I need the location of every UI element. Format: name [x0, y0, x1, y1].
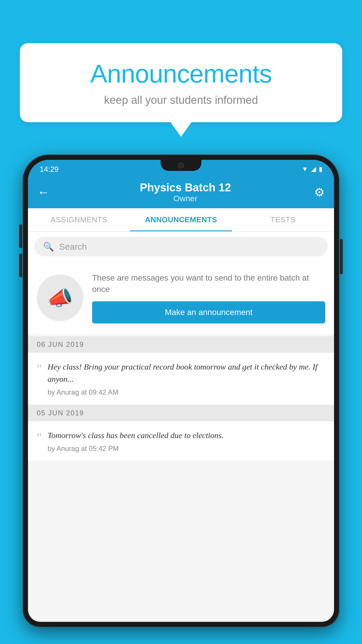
signal-icon: ◢ — [311, 165, 316, 173]
volume-down-button — [19, 254, 22, 277]
date-separator-1: 06 JUN 2019 — [28, 336, 334, 353]
bubble-subtitle: keep all your students informed — [37, 94, 325, 106]
quote-icon-2: " — [37, 430, 42, 453]
speech-bubble-card: Announcements keep all your students inf… — [20, 43, 342, 122]
wifi-icon: ▼ — [302, 165, 308, 173]
app-bar-center: Physics Batch 12 Owner — [57, 181, 314, 203]
make-announcement-button[interactable]: Make an announcement — [92, 301, 325, 323]
app-bar-subtitle: Owner — [57, 194, 314, 203]
announcement-item-1[interactable]: " Hey class! Bring your practical record… — [28, 353, 334, 405]
quote-icon-1: " — [37, 362, 42, 396]
tab-assignments[interactable]: ASSIGNMENTS — [28, 208, 130, 231]
app-bar: ← Physics Batch 12 Owner ⚙ — [28, 176, 334, 208]
speech-bubble-tail — [171, 122, 191, 137]
search-input[interactable]: Search — [59, 242, 87, 252]
status-icons: ▼ ◢ ▮ — [302, 165, 322, 173]
settings-button[interactable]: ⚙ — [314, 186, 325, 199]
phone-outer-frame: 14:29 ▼ ◢ ▮ ← Physics Batch 12 Owner ⚙ — [23, 155, 339, 627]
volume-up-button — [19, 225, 22, 248]
tab-tests[interactable]: TESTS — [232, 208, 334, 231]
tabs-bar: ASSIGNMENTS ANNOUNCEMENTS TESTS — [28, 208, 334, 232]
announcement-content-1: Hey class! Bring your practical record b… — [48, 361, 325, 396]
back-button[interactable]: ← — [37, 185, 50, 199]
prompt-right: These are messages you want to send to t… — [92, 272, 325, 323]
phone-screen: 14:29 ▼ ◢ ▮ ← Physics Batch 12 Owner ⚙ — [28, 160, 334, 622]
tab-announcements[interactable]: ANNOUNCEMENTS — [130, 208, 232, 231]
announcement-prompt: 📣 These are messages you want to send to… — [28, 262, 334, 334]
speech-bubble-section: Announcements keep all your students inf… — [20, 43, 342, 137]
announcement-text-2: Tomorrow's class has been cancelled due … — [48, 429, 325, 442]
date-label-1: 06 JUN 2019 — [37, 340, 84, 349]
power-button — [340, 239, 343, 274]
date-separator-2: 05 JUN 2019 — [28, 405, 334, 421]
date-label-2: 05 JUN 2019 — [37, 409, 84, 417]
prompt-description: These are messages you want to send to t… — [92, 272, 325, 295]
battery-icon: ▮ — [319, 165, 322, 173]
phone-mockup: 14:29 ▼ ◢ ▮ ← Physics Batch 12 Owner ⚙ — [23, 155, 339, 644]
announcement-meta-1: by Anurag at 09:42 AM — [48, 388, 325, 396]
app-bar-title: Physics Batch 12 — [57, 181, 314, 194]
announcement-item-2[interactable]: " Tomorrow's class has been cancelled du… — [28, 421, 334, 461]
megaphone-circle: 📣 — [37, 274, 83, 321]
content-area: 🔍 Search 📣 These are messages you want t… — [28, 232, 334, 461]
announcement-text-1: Hey class! Bring your practical record b… — [48, 361, 325, 385]
search-container: 🔍 Search — [28, 232, 334, 262]
status-time: 14:29 — [40, 165, 59, 174]
search-bar[interactable]: 🔍 Search — [34, 237, 328, 256]
announcement-meta-2: by Anurag at 05:42 PM — [48, 444, 325, 453]
bubble-title: Announcements — [37, 59, 325, 89]
megaphone-icon: 📣 — [47, 286, 73, 310]
search-icon: 🔍 — [43, 242, 54, 252]
phone-camera — [178, 162, 184, 169]
announcement-content-2: Tomorrow's class has been cancelled due … — [48, 429, 325, 453]
